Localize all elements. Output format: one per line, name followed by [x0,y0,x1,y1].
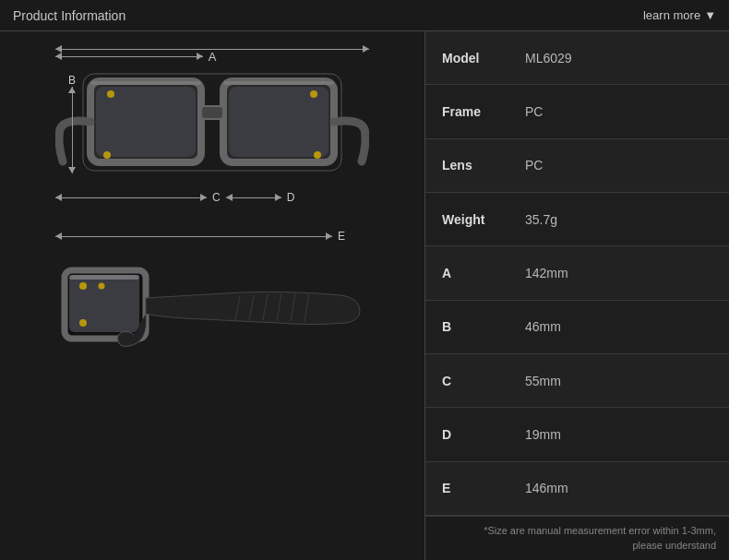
table-row: B 46mm [425,300,729,353]
table-row: D 19mm [425,408,729,461]
spec-label: A [425,246,508,300]
glasses-front-svg [55,55,369,189]
d-arrow [226,197,281,198]
spec-value: 142mm [508,246,729,300]
table-row: Frame PC [425,85,729,138]
dropdown-icon: ▼ [704,8,716,22]
e-label: E [332,230,351,243]
right-panel: Model ML6029 Frame PC Lens PC Weight 35.… [424,31,729,560]
left-panel: A B [0,31,424,560]
spec-value: ML6029 [508,31,729,85]
spec-value: 35.7g [508,192,729,245]
learn-more-label: learn more [643,8,700,22]
svg-point-9 [314,151,321,159]
footnote-line1: *Size are manual measurement error withi… [484,525,716,536]
spec-value: PC [508,85,729,138]
learn-more-button[interactable]: learn more ▼ [643,8,716,22]
svg-rect-14 [69,275,139,280]
c-arrow [55,197,207,198]
spec-label: B [425,300,508,353]
header: Product Information learn more ▼ [0,0,729,31]
e-arrow-row: E [55,230,369,243]
footnote-line2: please understand [632,540,716,551]
d-label: D [281,191,301,204]
page-title: Product Information [13,8,125,23]
svg-rect-5 [201,106,223,119]
main-content: A B [0,31,729,560]
side-diagram: E [18,222,406,364]
b-arrow-line [72,87,73,173]
table-row: Lens PC [425,138,729,192]
b-label: B [63,74,81,87]
table-row: A 142mm [425,246,729,300]
side-glasses-container [55,244,369,364]
spec-value: 46mm [508,300,729,353]
table-row: Model ML6029 [425,31,729,85]
front-diagram: A B [18,41,406,222]
c-label: C [207,191,226,204]
svg-rect-10 [90,81,201,85]
spec-label: Lens [425,138,508,192]
spec-label: Model [425,31,508,85]
spec-label: C [425,354,508,408]
table-row: E 146mm [425,461,729,515]
svg-point-7 [103,151,111,159]
svg-point-8 [310,90,317,98]
glasses-side-svg [55,244,369,364]
spec-value: PC [508,138,729,192]
cd-arrows: C D [55,191,369,204]
spec-value: 146mm [508,461,729,515]
b-arrow-container: B [63,74,81,173]
spec-table: Model ML6029 Frame PC Lens PC Weight 35.… [425,31,729,516]
spec-label: D [425,408,508,461]
svg-rect-11 [223,81,334,85]
a-arrow [55,49,369,50]
table-row: Weight 35.7g [425,192,729,245]
svg-point-23 [99,283,105,290]
spec-label: Weight [425,192,508,245]
spec-label: Frame [425,85,508,138]
spec-label: E [425,461,508,515]
svg-point-22 [79,319,87,327]
footnote: *Size are manual measurement error withi… [425,516,729,560]
table-row: C 55mm [425,354,729,408]
e-arrow [55,236,332,237]
spec-value: 19mm [508,408,729,461]
spec-value: 55mm [508,354,729,408]
front-glasses-container: B [55,55,369,189]
svg-point-6 [107,90,114,98]
svg-point-21 [79,282,87,290]
